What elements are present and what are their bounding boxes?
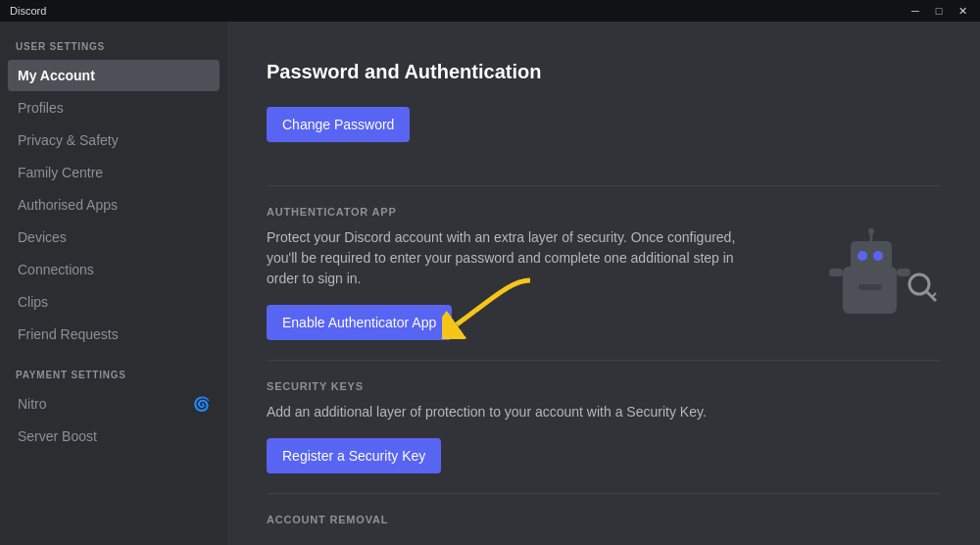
sidebar-item-connections[interactable]: Connections: [8, 254, 220, 285]
register-security-key-button[interactable]: Register a Security Key: [267, 438, 441, 473]
sidebar-item-label-family-centre: Family Centre: [18, 165, 103, 180]
sidebar-item-label-connections: Connections: [18, 262, 94, 277]
sidebar-item-label-friend-requests: Friend Requests: [18, 326, 119, 342]
sidebar-item-label-server-boost: Server Boost: [18, 428, 97, 444]
payment-settings-label: PAYMENT SETTINGS: [8, 366, 220, 388]
sidebar: USER SETTINGS My Account Profiles Privac…: [0, 22, 227, 545]
divider-1: [267, 185, 941, 186]
svg-rect-8: [897, 269, 910, 276]
app-layout: USER SETTINGS My Account Profiles Privac…: [0, 22, 980, 545]
sidebar-item-nitro[interactable]: Nitro 🌀: [8, 388, 220, 420]
sidebar-item-clips[interactable]: Clips: [8, 286, 220, 318]
sidebar-item-my-account[interactable]: My Account: [8, 60, 220, 91]
sidebar-item-authorised-apps[interactable]: Authorised Apps: [8, 189, 220, 221]
titlebar-controls: ─ □ ✕: [907, 5, 970, 18]
enable-authenticator-button[interactable]: Enable Authenticator App: [267, 305, 452, 340]
svg-line-10: [926, 291, 936, 301]
enable-auth-container: Enable Authenticator App: [267, 305, 452, 340]
sidebar-item-family-centre[interactable]: Family Centre: [8, 157, 220, 188]
svg-point-3: [858, 251, 867, 261]
security-keys-description: Add an additional layer of protection to…: [267, 402, 747, 422]
svg-line-11: [932, 293, 936, 297]
change-password-button[interactable]: Change Password: [267, 107, 410, 142]
user-settings-label: USER SETTINGS: [8, 37, 220, 60]
sidebar-item-profiles[interactable]: Profiles: [8, 92, 220, 124]
sidebar-item-label-clips: Clips: [18, 294, 48, 310]
sidebar-item-label-profiles: Profiles: [18, 100, 64, 116]
maximize-button[interactable]: □: [931, 5, 947, 18]
minimize-button[interactable]: ─: [907, 5, 923, 18]
svg-rect-7: [829, 269, 843, 276]
sidebar-item-label-privacy-safety: Privacy & Safety: [18, 132, 119, 148]
titlebar-title: Discord: [10, 5, 46, 17]
account-removal-section-header: ACCOUNT REMOVAL: [267, 514, 941, 525]
titlebar: Discord ─ □ ✕: [0, 0, 980, 22]
sidebar-item-server-boost[interactable]: Server Boost: [8, 421, 220, 452]
robot-svg: [813, 227, 941, 316]
sidebar-item-devices[interactable]: Devices: [8, 222, 220, 253]
authenticator-content: Protect your Discord account with an ext…: [267, 227, 794, 340]
sidebar-item-label-my-account: My Account: [18, 68, 95, 83]
content-area: Password and Authentication Change Passw…: [227, 22, 980, 545]
authenticator-description: Protect your Discord account with an ext…: [267, 227, 747, 289]
nitro-icon: 🌀: [193, 396, 210, 412]
svg-rect-12: [858, 284, 882, 290]
close-button[interactable]: ✕: [955, 5, 970, 18]
sidebar-item-label-nitro: Nitro: [18, 396, 47, 412]
divider-3: [267, 493, 941, 494]
page-title: Password and Authentication: [267, 61, 941, 83]
security-keys-section-header: SECURITY KEYS: [267, 380, 941, 392]
sidebar-item-label-devices: Devices: [18, 229, 67, 245]
auth-illustration: [813, 227, 941, 316]
sidebar-item-friend-requests[interactable]: Friend Requests: [8, 319, 220, 350]
svg-point-6: [868, 228, 874, 234]
svg-rect-2: [851, 241, 892, 271]
sidebar-item-label-authorised-apps: Authorised Apps: [18, 197, 118, 213]
svg-point-4: [873, 251, 883, 261]
authenticator-section: Protect your Discord account with an ext…: [267, 227, 941, 340]
divider-2: [267, 360, 941, 361]
sidebar-item-privacy-safety[interactable]: Privacy & Safety: [8, 124, 220, 156]
authenticator-section-header: AUTHENTICATOR APP: [267, 206, 941, 218]
